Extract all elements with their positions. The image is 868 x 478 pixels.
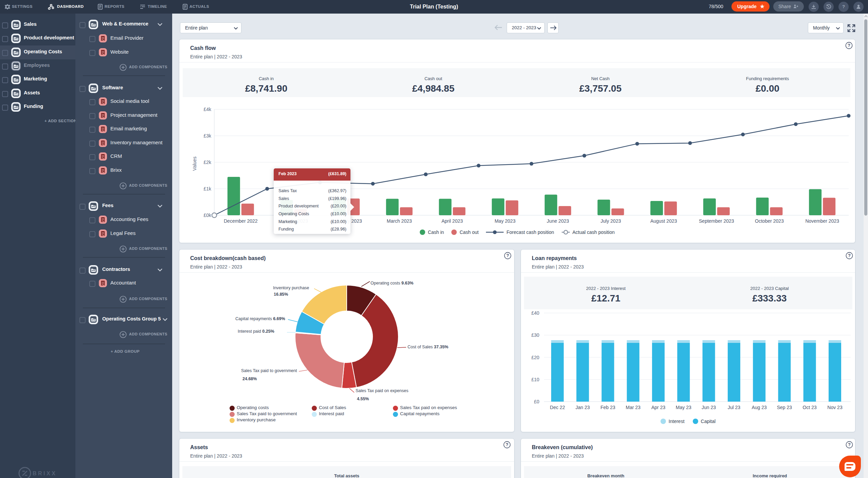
svg-text:September 2023: September 2023	[699, 218, 734, 224]
svg-text:June 2023: June 2023	[547, 218, 569, 224]
svg-text:March 2023: March 2023	[387, 218, 412, 224]
svg-text:£0k: £0k	[203, 213, 212, 218]
svg-text:Dec 22: Dec 22	[550, 405, 565, 410]
svg-text:£3k: £3k	[203, 133, 212, 139]
svg-text:July 2023: July 2023	[601, 218, 621, 224]
svg-text:BRIXX: BRIXX	[33, 471, 57, 476]
svg-text:£40: £40	[531, 310, 540, 316]
svg-text:?: ?	[842, 4, 845, 9]
svg-text:August 2023: August 2023	[650, 218, 677, 224]
svg-text:£20: £20	[531, 355, 540, 360]
svg-text:Feb 23: Feb 23	[600, 405, 615, 410]
svg-text:£30: £30	[531, 332, 540, 338]
svg-text:Apr 23: Apr 23	[651, 405, 665, 410]
svg-text:?: ?	[506, 442, 508, 447]
svg-text:November 2023: November 2023	[805, 218, 839, 224]
svg-text:£10: £10	[531, 377, 540, 382]
svg-text:April 2023: April 2023	[441, 218, 463, 224]
svg-text:Jul 23: Jul 23	[728, 405, 741, 410]
svg-text:May 2023: May 2023	[494, 218, 516, 224]
svg-text:October 2023: October 2023	[755, 218, 784, 224]
svg-text:December 2022: December 2022	[224, 218, 258, 224]
svg-text:Sep 23: Sep 23	[777, 405, 792, 410]
svg-text:Nov 23: Nov 23	[827, 405, 843, 410]
svg-text:?: ?	[848, 442, 851, 447]
svg-text:£0: £0	[534, 399, 539, 404]
svg-text:£4k: £4k	[203, 107, 212, 112]
svg-text:Jun 23: Jun 23	[702, 405, 716, 410]
svg-text:Values: Values	[192, 157, 197, 171]
svg-text:Oct 23: Oct 23	[803, 405, 817, 410]
svg-text:£2k: £2k	[203, 160, 212, 165]
svg-text:Aug 23: Aug 23	[752, 405, 767, 410]
svg-text:Mar 23: Mar 23	[626, 405, 641, 410]
svg-text:£1k: £1k	[203, 186, 212, 191]
svg-text:Jan 23: Jan 23	[576, 405, 590, 410]
svg-text:May 23: May 23	[676, 405, 691, 410]
